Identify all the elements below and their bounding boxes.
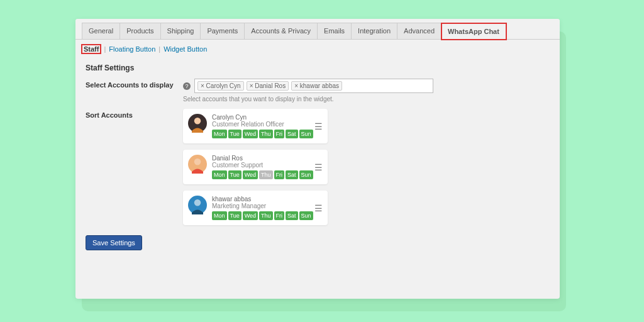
content: Staff Settings Select Accounts to displa… xyxy=(75,56,560,258)
tab-advanced[interactable]: Advanced xyxy=(397,23,441,39)
accounts-tag-input[interactable]: × Carolyn Cyn× Danial Ros× khawar abbas xyxy=(194,79,433,93)
tab-general[interactable]: General xyxy=(82,23,120,39)
staff-role: Customer Support xyxy=(212,162,323,169)
drag-handle-icon[interactable]: ☰ xyxy=(314,165,323,169)
subtab-separator: | xyxy=(104,45,106,53)
accounts-label: Select Accounts to display xyxy=(86,79,183,89)
staff-card[interactable]: Danial RosCustomer SupportMonTueWedThuFr… xyxy=(183,150,328,184)
account-tag[interactable]: × Danial Ros xyxy=(247,81,289,91)
day-toggle-thu[interactable]: Thu xyxy=(259,170,273,179)
tab-integration[interactable]: Integration xyxy=(352,23,397,39)
staff-name: Danial Ros xyxy=(212,155,323,162)
day-toggle-sat[interactable]: Sat xyxy=(286,130,298,138)
svg-point-1 xyxy=(194,118,201,125)
subtab-separator: | xyxy=(158,45,160,53)
day-toggle-fri[interactable]: Fri xyxy=(274,170,285,179)
day-toggle-thu[interactable]: Thu xyxy=(259,211,273,220)
day-toggle-wed[interactable]: Wed xyxy=(243,130,258,138)
staff-role: Marketing Manager xyxy=(212,203,323,209)
subtab-row: Staff|Floating Button|Widget Button xyxy=(75,40,560,56)
account-tag[interactable]: × khawar abbas xyxy=(291,81,342,91)
account-tag[interactable]: × Carolyn Cyn xyxy=(197,81,244,91)
help-icon[interactable]: ? xyxy=(183,82,191,90)
staff-card[interactable]: Carolyn CynCustomer Relation OfficerMonT… xyxy=(183,109,328,143)
day-toggle-tue[interactable]: Tue xyxy=(228,130,242,138)
day-toggle-mon[interactable]: Mon xyxy=(212,130,227,138)
tab-payments[interactable]: Payments xyxy=(201,23,245,39)
admin-panel: GeneralProductsShippingPaymentsAccounts … xyxy=(75,19,560,299)
subtab-widget-button[interactable]: Widget Button xyxy=(164,45,207,53)
svg-point-3 xyxy=(194,158,201,165)
staff-name: Carolyn Cyn xyxy=(212,114,323,121)
subtab-floating-button[interactable]: Floating Button xyxy=(109,45,155,53)
staff-role: Customer Relation Officer xyxy=(212,121,323,128)
sort-label: Sort Accounts xyxy=(86,109,183,119)
avatar xyxy=(188,196,207,214)
day-toggle-wed[interactable]: Wed xyxy=(243,170,258,179)
avatar xyxy=(188,114,207,133)
day-toggle-fri[interactable]: Fri xyxy=(274,130,285,138)
day-toggle-sat[interactable]: Sat xyxy=(286,170,298,179)
save-button[interactable]: Save Settings xyxy=(86,235,142,250)
staff-card[interactable]: khawar abbasMarketing ManagerMonTueWedTh… xyxy=(183,191,328,225)
day-toggle-mon[interactable]: Mon xyxy=(212,170,227,179)
tab-products[interactable]: Products xyxy=(120,23,160,39)
day-toggle-mon[interactable]: Mon xyxy=(212,211,227,220)
day-toggle-sat[interactable]: Sat xyxy=(286,211,298,220)
drag-handle-icon[interactable]: ☰ xyxy=(314,206,323,210)
day-toggle-thu[interactable]: Thu xyxy=(259,130,273,138)
staff-list: Carolyn CynCustomer Relation OfficerMonT… xyxy=(183,109,550,231)
tab-whatsapp-chat[interactable]: WhatsApp Chat xyxy=(441,23,506,40)
day-toggle-sun[interactable]: Sun xyxy=(299,170,313,179)
day-toggle-sun[interactable]: Sun xyxy=(299,130,313,138)
svg-point-5 xyxy=(194,199,201,206)
staff-name: khawar abbas xyxy=(212,196,323,203)
day-row: MonTueWedThuFriSatSun xyxy=(212,130,323,138)
accounts-help-text: Select accounts that you want to display… xyxy=(183,96,550,103)
drag-handle-icon[interactable]: ☰ xyxy=(314,124,323,128)
tab-row: GeneralProductsShippingPaymentsAccounts … xyxy=(75,19,560,40)
avatar xyxy=(188,155,207,174)
day-toggle-sun[interactable]: Sun xyxy=(299,211,313,220)
tab-emails[interactable]: Emails xyxy=(318,23,352,39)
day-row: MonTueWedThuFriSatSun xyxy=(212,170,323,179)
day-toggle-fri[interactable]: Fri xyxy=(274,211,285,220)
day-toggle-tue[interactable]: Tue xyxy=(228,170,242,179)
section-title: Staff Settings xyxy=(86,64,550,72)
tab-shipping[interactable]: Shipping xyxy=(161,23,201,39)
subtab-staff[interactable]: Staff xyxy=(82,45,101,53)
day-toggle-wed[interactable]: Wed xyxy=(243,211,258,220)
day-row: MonTueWedThuFriSatSun xyxy=(212,211,323,220)
day-toggle-tue[interactable]: Tue xyxy=(228,211,242,220)
tab-accounts-privacy[interactable]: Accounts & Privacy xyxy=(245,23,318,39)
